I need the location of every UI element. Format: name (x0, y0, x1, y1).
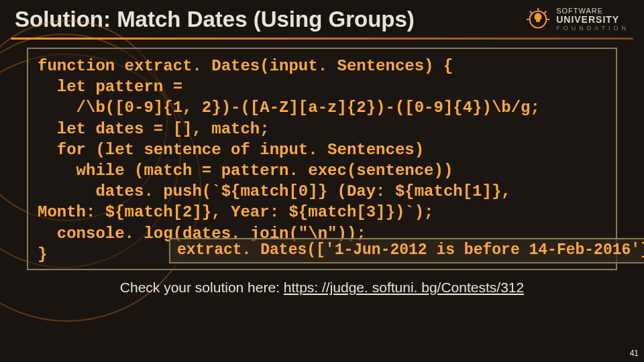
code-line: } (38, 245, 47, 263)
code-line: /\b([0-9]{1, 2})-([A-Z][a-z]{2})-([0-9]{… (38, 99, 540, 117)
softuni-logo: SOFTWARE UNIVERSITY FOUNDATION (525, 7, 629, 32)
code-line: for (let sentence of input. Sentences) (38, 141, 424, 159)
code-call-example: extract. Dates(['1-Jun-2012 is before 14… (169, 238, 644, 263)
footer-note: Check your solution here: https: //judge… (0, 280, 644, 296)
lightbulb-icon (525, 7, 551, 32)
code-line: dates. push(`${match[0]} (Day: ${match[1… (38, 182, 511, 200)
logo-line2: UNIVERSITY (556, 15, 629, 25)
slide-header: Solution: Match Dates (Using Groups) SOF… (0, 0, 644, 38)
code-line: function extract. Dates(input. Sentences… (38, 57, 453, 75)
code-line: let pattern = (38, 78, 182, 96)
code-line: while (match = pattern. exec(sentence)) (38, 162, 453, 180)
slide-title: Solution: Match Dates (Using Groups) (15, 7, 415, 32)
page-number: 41 (630, 349, 639, 358)
logo-line3: FOUNDATION (556, 25, 629, 32)
footer-label: Check your solution here: (120, 280, 284, 295)
code-line: let dates = [], match; (38, 120, 270, 138)
header-divider (11, 38, 633, 40)
solution-link[interactable]: https: //judge. softuni. bg/Contests/312 (284, 280, 524, 295)
code-line: Month: ${match[2]}, Year: ${match[3]})`)… (38, 203, 434, 221)
code-block: function extract. Dates(input. Sentences… (27, 48, 617, 270)
